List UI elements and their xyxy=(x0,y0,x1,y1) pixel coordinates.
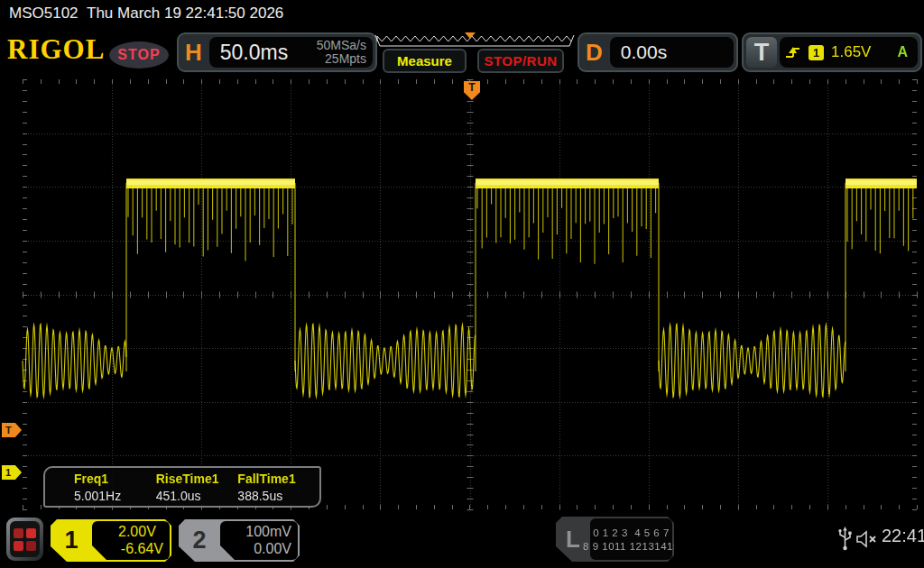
dc-coupling-icon xyxy=(98,528,113,536)
measurement-value: 5.001Hz xyxy=(74,489,156,503)
menu-grid-square xyxy=(14,541,23,551)
menu-grid-icon xyxy=(10,521,40,557)
usb-icon xyxy=(837,527,853,554)
channel1-badge[interactable]: 1 2.00V -6.64V xyxy=(51,519,171,562)
logic-channels-badge[interactable]: L 0 1 2 3 4 5 6 7 8 9 1011 12131415 xyxy=(556,517,674,562)
measurement-item: RiseTime1 451.0us xyxy=(156,472,238,503)
clock: 22:41 xyxy=(882,526,924,546)
logic-row-0-7: 0 1 2 3 4 5 6 7 xyxy=(593,527,670,538)
channel2-settings: 100mV 0.00V xyxy=(220,521,298,560)
sound-muted-icon xyxy=(855,530,879,552)
logic-row-8-15: 8 9 1011 12131415 xyxy=(583,541,679,552)
channel2-offset: 0.00V xyxy=(226,541,291,557)
dc-coupling-icon xyxy=(226,528,240,536)
channel2-scale: 100mV xyxy=(245,524,291,540)
logic-channel-list: 0 1 2 3 4 5 6 7 8 9 1011 12131415 xyxy=(590,518,672,560)
measurement-label: Freq1 xyxy=(74,472,156,486)
menu-grid-square xyxy=(14,528,23,538)
measurement-item: FallTime1 388.5us xyxy=(237,472,319,503)
measurement-value: 451.0us xyxy=(156,489,238,503)
measurement-results-box[interactable]: Freq1 5.001Hz RiseTime1 451.0us FallTime… xyxy=(43,466,321,508)
channel2-badge[interactable]: 2 100mV 0.00V xyxy=(179,519,300,562)
channel1-offset: -6.64V xyxy=(98,541,163,557)
channel1-settings: 2.00V -6.64V xyxy=(92,521,170,560)
measurement-item: Freq1 5.001Hz xyxy=(74,472,156,503)
main-menu-button[interactable] xyxy=(6,518,43,561)
measurement-value: 388.5us xyxy=(237,489,319,503)
measurement-label: FallTime1 xyxy=(237,472,319,486)
measurement-label: RiseTime1 xyxy=(156,472,238,486)
menu-grid-square xyxy=(26,528,36,538)
channel1-scale: 2.00V xyxy=(118,524,156,540)
menu-grid-square xyxy=(26,541,36,551)
oscilloscope-screen: { "titlebar": { "model": "MSO5102", "dat… xyxy=(0,0,924,568)
